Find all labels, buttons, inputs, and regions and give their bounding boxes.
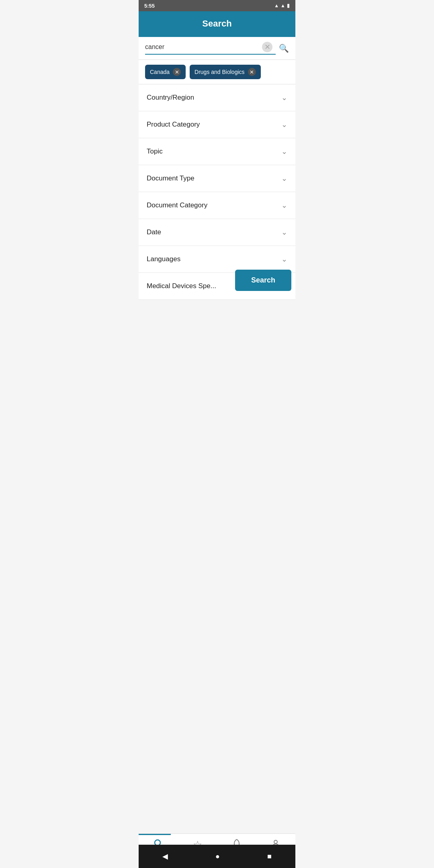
filter-document-category[interactable]: Document Category ⌄ xyxy=(139,192,295,219)
chevron-languages-icon: ⌄ xyxy=(281,255,287,264)
search-button[interactable]: Search xyxy=(235,270,291,291)
filter-document-type-label: Document Type xyxy=(147,174,194,182)
search-input[interactable] xyxy=(145,43,262,51)
status-time: 5:55 xyxy=(144,3,155,9)
chevron-country-region-icon: ⌄ xyxy=(281,93,287,102)
filter-topic[interactable]: Topic ⌄ xyxy=(139,138,295,165)
filter-product-category[interactable]: Product Category ⌄ xyxy=(139,111,295,138)
filter-document-category-label: Document Category xyxy=(147,201,207,209)
chevron-topic-icon: ⌄ xyxy=(281,147,287,156)
filter-date-label: Date xyxy=(147,228,161,236)
filter-tag-drugs[interactable]: Drugs and Biologics ✕ xyxy=(190,65,261,79)
page-header: Search xyxy=(139,11,295,37)
filter-tag-canada-label: Canada xyxy=(150,69,170,75)
filter-product-category-label: Product Category xyxy=(147,121,200,129)
filter-document-type[interactable]: Document Type ⌄ xyxy=(139,165,295,192)
active-filter-tags: Canada ✕ Drugs and Biologics ✕ xyxy=(139,60,295,84)
status-icons: ▲ ▲ ▮ xyxy=(274,3,290,8)
chevron-product-category-icon: ⌄ xyxy=(281,120,287,129)
filter-tag-canada[interactable]: Canada ✕ xyxy=(145,65,186,79)
wifi-icon: ▲ xyxy=(274,3,279,8)
filter-tag-drugs-remove[interactable]: ✕ xyxy=(248,68,256,76)
chevron-document-category-icon: ⌄ xyxy=(281,201,287,210)
signal-icon: ▲ xyxy=(280,3,285,8)
battery-icon: ▮ xyxy=(287,3,290,8)
filter-medical-devices-row: Medical Devices Spe... ⌄ Search xyxy=(139,273,295,300)
chevron-date-icon: ⌄ xyxy=(281,228,287,237)
filter-medical-devices-label: Medical Devices Spe... xyxy=(147,282,216,290)
filter-tag-drugs-label: Drugs and Biologics xyxy=(194,69,245,75)
filter-languages[interactable]: Languages ⌄ xyxy=(139,246,295,273)
page-title: Search xyxy=(202,18,231,29)
filter-languages-label: Languages xyxy=(147,255,180,263)
filter-topic-label: Topic xyxy=(147,147,163,156)
chevron-document-type-icon: ⌄ xyxy=(281,174,287,183)
search-submit-icon[interactable]: 🔍 xyxy=(279,43,289,53)
filter-country-region[interactable]: Country/Region ⌄ xyxy=(139,84,295,111)
clear-button[interactable]: ✕ xyxy=(262,42,272,52)
search-input-wrapper: ✕ xyxy=(145,42,276,55)
filter-country-region-label: Country/Region xyxy=(147,94,194,102)
filter-list: Country/Region ⌄ Product Category ⌄ Topi… xyxy=(139,84,295,300)
filter-tag-canada-remove[interactable]: ✕ xyxy=(173,68,181,76)
search-bar-container: ✕ 🔍 xyxy=(139,37,295,60)
status-bar: 5:55 ▲ ▲ ▮ xyxy=(139,0,295,11)
filter-date[interactable]: Date ⌄ xyxy=(139,219,295,246)
